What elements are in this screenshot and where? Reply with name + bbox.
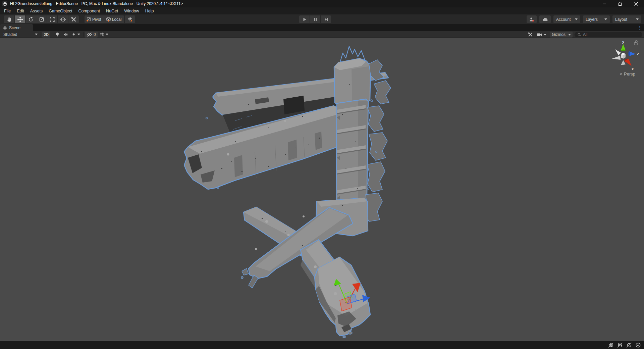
hand-tool-button[interactable] (4, 15, 14, 23)
separator (83, 32, 84, 37)
grid-snap-icon (127, 16, 133, 22)
menu-edit[interactable]: Edit (14, 7, 27, 14)
custom-tool-button[interactable] (68, 15, 79, 23)
restore-button[interactable] (612, 0, 628, 7)
grid-toggle-icon (99, 32, 104, 37)
scale-icon (39, 16, 45, 22)
menu-file[interactable]: File (1, 7, 14, 14)
scene-visibility-toggle[interactable]: 0 (85, 32, 98, 38)
rect-tool-button[interactable] (47, 15, 57, 23)
scene-search-field[interactable]: All (575, 32, 642, 37)
hand-icon (6, 16, 12, 22)
menu-assets[interactable]: Assets (27, 7, 46, 14)
scene-effects-button[interactable] (70, 32, 82, 38)
menu-component[interactable]: Component (75, 7, 103, 14)
tab-scene[interactable]: Scene (0, 24, 33, 31)
axis-z-cone (629, 51, 636, 56)
window-controls (597, 0, 644, 7)
minimize-button[interactable] (597, 0, 612, 7)
menu-nuget[interactable]: NuGet (103, 7, 121, 14)
pivot-label: Pivot (92, 17, 101, 22)
eye-slash-icon (87, 32, 92, 37)
collab-icon (529, 16, 535, 22)
search-value: All (583, 32, 587, 37)
hidden-count: 0 (94, 32, 96, 37)
draw-mode-dropdown[interactable]: Shaded (2, 32, 39, 38)
layout-dropdown[interactable]: Layout (612, 15, 641, 23)
transform-tool-button[interactable] (58, 15, 68, 23)
cache-server-disabled-icon[interactable] (617, 342, 623, 348)
rotate-tool-button[interactable] (25, 15, 36, 23)
scene-grid-toggle[interactable] (98, 32, 110, 38)
menu-bar: File Edit Assets GameObject Component Nu… (0, 7, 644, 14)
local-toggle-button[interactable]: Local (104, 15, 124, 23)
scale-tool-button[interactable] (36, 15, 47, 23)
menu-help[interactable]: Help (142, 7, 157, 14)
camera-icon (537, 33, 542, 37)
auto-refresh-disabled-icon[interactable] (626, 342, 632, 348)
chevron-down-icon (35, 34, 38, 35)
custom-tool-icon (71, 16, 77, 22)
scene-viewport[interactable]: y z x < Persp (0, 38, 644, 341)
window-title: HL2Grundrisserstellung - EditorScene - P… (10, 1, 183, 6)
chevron-down-icon (106, 34, 108, 35)
collab-button[interactable] (527, 15, 537, 23)
scene-lighting-button[interactable] (53, 32, 61, 38)
scene-view-toolbar: Shaded 2D 0 (0, 31, 644, 38)
rotate-icon (28, 16, 34, 22)
chevron-down-icon (544, 34, 546, 36)
handle-settings-group: Pivot Local (85, 15, 124, 23)
menu-gameobject[interactable]: GameObject (46, 7, 75, 14)
chevron-down-icon (604, 18, 607, 20)
separator (41, 32, 41, 37)
account-dropdown[interactable]: Account (553, 15, 580, 23)
transform-icon (60, 16, 66, 22)
activity-ok-icon[interactable] (635, 342, 641, 348)
debugger-disconnected-icon[interactable] (608, 342, 614, 348)
status-bar (0, 341, 644, 349)
gizmos-dropdown[interactable]: Gizmos (550, 32, 573, 38)
scene-toolbar-right: Gizmos All (528, 31, 642, 38)
orientation-gizmo[interactable]: y z x (606, 39, 641, 73)
axis-x-label: x (632, 67, 634, 71)
tab-scene-label: Scene (9, 26, 20, 30)
grid-snap-button[interactable] (125, 15, 135, 23)
menu-window[interactable]: Window (121, 7, 142, 14)
rect-tool-icon (49, 16, 55, 22)
layers-dropdown[interactable]: Layers (583, 15, 610, 23)
scanned-mesh-canvas[interactable] (0, 38, 644, 341)
projection-mode-label[interactable]: < Persp (620, 71, 635, 77)
transform-tools-group (4, 15, 79, 23)
layers-label: Layers (586, 17, 598, 22)
chevron-down-icon (568, 34, 571, 36)
account-label: Account (556, 17, 571, 22)
scene-audio-button[interactable] (61, 32, 70, 38)
step-icon (323, 17, 329, 22)
pivot-toggle-button[interactable]: Pivot (85, 15, 104, 23)
play-icon (302, 17, 307, 22)
chevron-down-icon (575, 18, 578, 20)
scene-camera-dropdown[interactable] (535, 32, 548, 38)
grid-icon (3, 26, 7, 30)
tab-options-icon[interactable]: ⋮ (638, 24, 642, 31)
projection-arrow: < (620, 71, 622, 77)
toggle-2d-button[interactable]: 2D (42, 32, 50, 38)
axis-y-label: y (622, 40, 625, 44)
window-titlebar: HL2Grundrisserstellung - EditorScene - P… (0, 0, 644, 7)
pivot-icon (86, 17, 91, 22)
step-button[interactable] (321, 15, 331, 23)
view-options-icon[interactable] (528, 32, 533, 37)
close-button[interactable] (628, 0, 644, 7)
gizmos-label: Gizmos (552, 32, 566, 37)
lightbulb-icon (55, 32, 60, 37)
effects-star-icon (71, 32, 76, 37)
scene-tab-bar: Scene ⋮ (0, 24, 644, 31)
lock-icon[interactable] (634, 41, 637, 45)
chevron-down-icon (77, 34, 80, 35)
local-label: Local (112, 17, 122, 22)
move-tool-button[interactable] (15, 15, 25, 23)
play-button[interactable] (299, 15, 310, 23)
cloud-button[interactable] (539, 15, 551, 23)
pause-button[interactable] (310, 15, 320, 23)
move-icon (17, 16, 23, 22)
